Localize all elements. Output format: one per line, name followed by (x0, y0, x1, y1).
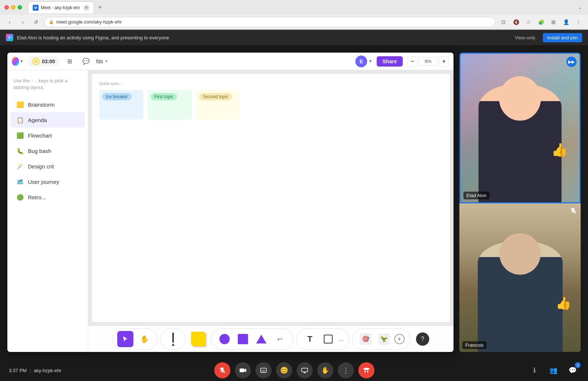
user-avatar: E (355, 56, 367, 67)
rect-shape-icon (238, 334, 248, 344)
help-icon: ? (421, 336, 424, 342)
grid-view-button[interactable]: ⊞ (64, 56, 76, 67)
bookmark-button[interactable]: ☆ (523, 17, 534, 27)
captions-button[interactable]: CC (255, 362, 272, 378)
triangle-shape-icon (256, 335, 266, 343)
agenda-label: Agenda (28, 117, 47, 123)
present-button[interactable] (297, 362, 313, 378)
filename-text: fds (96, 58, 103, 64)
sidebar-item-designcrit[interactable]: 🪄 Design crit (10, 159, 85, 174)
circle-shape-button[interactable] (216, 331, 233, 347)
help-button[interactable]: ? (416, 332, 429, 346)
circle-shape-icon (219, 334, 230, 344)
minimize-button[interactable] (11, 5, 15, 10)
zoom-in-button[interactable]: + (439, 56, 449, 67)
browser-controls: ‹ › ↺ 🔒 meet.google.com/aky-hzpk-ehr ⊡ 🔇… (0, 15, 588, 29)
frame-tool-button[interactable] (320, 331, 336, 347)
more-tools-button[interactable]: ... (338, 336, 343, 342)
address-bar[interactable]: 🔒 meet.google.com/aky-hzpk-ehr (44, 17, 495, 27)
comment-button[interactable]: 💬 (80, 56, 92, 67)
current-time: 3:37 PM (9, 368, 26, 373)
bottom-right-controls: ℹ 👥 💬 3 (528, 364, 579, 377)
pen-tool-button[interactable] (165, 331, 181, 347)
bottom-controls: CC 😊 ✋ ⋮ (66, 362, 523, 378)
notification-text: Elad Alon is hosting an activity using F… (17, 35, 508, 40)
raise-hand-button[interactable]: ✋ (317, 362, 333, 378)
new-tab-button[interactable]: + (95, 2, 105, 13)
info-button[interactable]: ℹ (528, 364, 541, 377)
plugin-1-icon: 🎯 (360, 333, 372, 345)
participants-button[interactable]: 👥 (547, 364, 560, 377)
sidebar-item-bugbash[interactable]: 🐛 Bug bash (10, 143, 85, 159)
forward-button[interactable]: › (18, 17, 28, 27)
sidebar-item-flowchart[interactable]: 🟩 Flowchart (10, 128, 85, 143)
sidebar-item-brainstorm[interactable]: 🟨 Brainstorm (10, 97, 85, 112)
userjourney-icon: 🗺️ (16, 178, 24, 186)
figma-bottom-toolbar: ✋ (88, 325, 453, 352)
first-topic-label: First topic (151, 93, 177, 100)
url-text: meet.google.com/aky-hzpk-ehr (56, 19, 122, 25)
tab-close-button[interactable]: ✕ (83, 5, 89, 11)
add-plugin-button[interactable]: + (394, 334, 405, 344)
end-call-button[interactable] (358, 362, 374, 378)
mute-button[interactable] (214, 362, 230, 378)
cast-button[interactable]: ⊡ (498, 17, 509, 27)
retro-label: Retro... (28, 194, 46, 200)
sidebar-item-agenda[interactable]: 📋 Agenda (10, 112, 85, 128)
canvas-main: Quick sync... Ice breaker First topic Se… (88, 70, 453, 352)
sticky-note-front-icon (193, 333, 206, 346)
more-dots-icon: ... (338, 336, 343, 342)
plugin-2-icon: 🦖 (378, 333, 390, 345)
designcrit-label: Design crit (28, 163, 54, 170)
refresh-button[interactable]: ↺ (31, 17, 41, 27)
profile-button[interactable]: 👤 (561, 17, 571, 27)
thumbs-up-gesture-francois: 👍 (556, 296, 571, 310)
userjourney-label: User journey (28, 179, 59, 185)
extensions-button[interactable]: 🧩 (536, 17, 546, 27)
chat-button[interactable]: 💬 3 (566, 364, 579, 377)
install-join-button[interactable]: Install and join (543, 33, 582, 42)
camera-button[interactable] (235, 362, 251, 378)
hand-tool-button[interactable]: ✋ (136, 331, 153, 347)
svg-rect-9 (367, 371, 368, 373)
tab-favicon: M (33, 5, 39, 11)
mute-site-button[interactable]: 🔇 (511, 17, 521, 27)
fullscreen-button[interactable] (18, 5, 22, 10)
arrow-icon: ↩ (277, 335, 283, 343)
share-button[interactable]: Share (377, 56, 403, 67)
plugin-2-button[interactable]: 🦖 (376, 331, 392, 347)
close-button[interactable] (4, 5, 9, 10)
sidebar-toggle[interactable]: ⊞ (548, 17, 559, 27)
sidebar-item-userjourney[interactable]: 🗺️ User journey (10, 174, 85, 189)
triangle-shape-button[interactable] (253, 331, 269, 347)
sidebar-item-retro[interactable]: 🟢 Retro... (10, 189, 85, 205)
arrow-tool-button[interactable]: ↩ (272, 331, 288, 347)
drawing-tools-group (160, 328, 186, 350)
text-tools-group: T ... (296, 328, 349, 350)
text-tool-button[interactable]: T (302, 331, 318, 347)
add-plugin-icon: + (398, 336, 401, 342)
second-topic-column: Second topic (196, 90, 240, 120)
emoji-icon: 😊 (280, 366, 288, 374)
plugin-1-button[interactable]: 🎯 (358, 331, 374, 347)
figma-menu-button[interactable]: ▼ (12, 56, 24, 67)
figma-canvas: Use the ↑ ↓ keys to pick a starting layo… (7, 70, 453, 352)
sticky-notes-button[interactable] (189, 330, 208, 349)
timer-value: 03:00 (42, 58, 55, 64)
tab-title: Meet - aky-hzpk-ehr (41, 5, 80, 10)
view-only-button[interactable]: View-only (512, 33, 538, 42)
more-options-button[interactable]: ⋮ (338, 362, 354, 378)
emoji-button[interactable]: 😊 (276, 362, 292, 378)
figma-window: ▼ ⭐ 03:00 ⊞ 💬 fds ▼ E ▼ Share − 9% + (7, 53, 453, 352)
cursor-tool-button[interactable] (117, 331, 133, 347)
rect-shape-button[interactable] (235, 331, 251, 347)
zoom-out-button[interactable]: − (407, 56, 417, 67)
user-chevron-icon: ▼ (369, 59, 372, 63)
more-button[interactable]: ⋮ (573, 17, 584, 27)
back-button[interactable]: ‹ (4, 17, 15, 27)
brainstorm-icon: 🟨 (16, 100, 24, 108)
active-tab[interactable]: M Meet - aky-hzpk-ehr ✕ (28, 1, 94, 13)
browser-actions: ⊡ 🔇 ☆ 🧩 ⊞ 👤 ⋮ (498, 17, 584, 27)
traffic-lights (4, 5, 22, 10)
svg-rect-8 (365, 371, 366, 373)
